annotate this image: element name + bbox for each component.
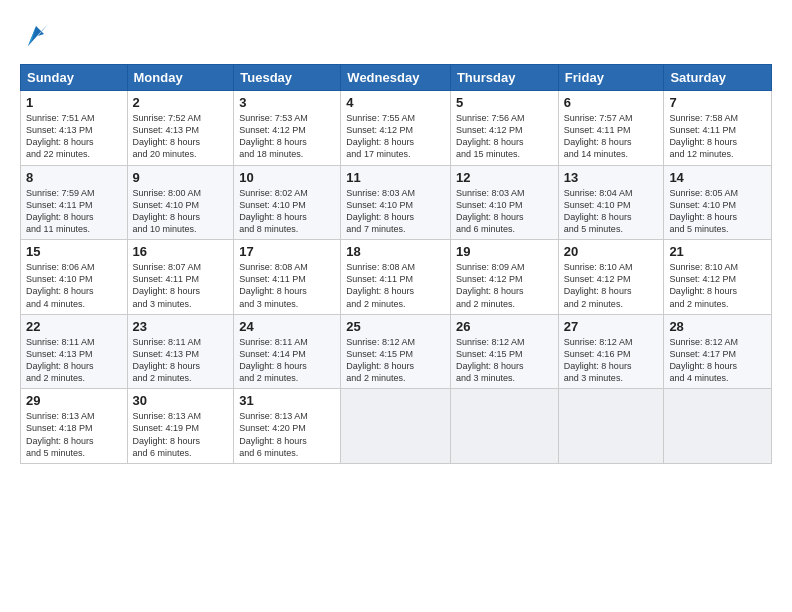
day-number: 16	[133, 244, 229, 259]
cell-info: Sunrise: 8:11 AM Sunset: 4:14 PM Dayligh…	[239, 336, 335, 385]
cell-info: Sunrise: 8:12 AM Sunset: 4:15 PM Dayligh…	[346, 336, 445, 385]
cell-info: Sunrise: 8:10 AM Sunset: 4:12 PM Dayligh…	[564, 261, 659, 310]
calendar-cell: 14Sunrise: 8:05 AM Sunset: 4:10 PM Dayli…	[664, 165, 772, 240]
calendar-cell: 13Sunrise: 8:04 AM Sunset: 4:10 PM Dayli…	[558, 165, 664, 240]
cell-info: Sunrise: 8:12 AM Sunset: 4:17 PM Dayligh…	[669, 336, 766, 385]
day-number: 14	[669, 170, 766, 185]
day-number: 18	[346, 244, 445, 259]
calendar-cell: 16Sunrise: 8:07 AM Sunset: 4:11 PM Dayli…	[127, 240, 234, 315]
day-number: 4	[346, 95, 445, 110]
calendar-cell	[341, 389, 451, 464]
cell-info: Sunrise: 7:53 AM Sunset: 4:12 PM Dayligh…	[239, 112, 335, 161]
cell-info: Sunrise: 8:10 AM Sunset: 4:12 PM Dayligh…	[669, 261, 766, 310]
day-number: 6	[564, 95, 659, 110]
calendar-cell: 8Sunrise: 7:59 AM Sunset: 4:11 PM Daylig…	[21, 165, 128, 240]
calendar-cell: 5Sunrise: 7:56 AM Sunset: 4:12 PM Daylig…	[450, 91, 558, 166]
day-number: 27	[564, 319, 659, 334]
day-header-saturday: Saturday	[664, 65, 772, 91]
day-number: 26	[456, 319, 553, 334]
cell-info: Sunrise: 7:55 AM Sunset: 4:12 PM Dayligh…	[346, 112, 445, 161]
cell-info: Sunrise: 7:51 AM Sunset: 4:13 PM Dayligh…	[26, 112, 122, 161]
cell-info: Sunrise: 8:08 AM Sunset: 4:11 PM Dayligh…	[346, 261, 445, 310]
calendar-cell: 4Sunrise: 7:55 AM Sunset: 4:12 PM Daylig…	[341, 91, 451, 166]
calendar-cell: 18Sunrise: 8:08 AM Sunset: 4:11 PM Dayli…	[341, 240, 451, 315]
page-header	[20, 18, 772, 54]
day-header-wednesday: Wednesday	[341, 65, 451, 91]
cell-info: Sunrise: 7:59 AM Sunset: 4:11 PM Dayligh…	[26, 187, 122, 236]
day-number: 22	[26, 319, 122, 334]
calendar-cell: 3Sunrise: 7:53 AM Sunset: 4:12 PM Daylig…	[234, 91, 341, 166]
calendar-week-4: 22Sunrise: 8:11 AM Sunset: 4:13 PM Dayli…	[21, 314, 772, 389]
day-header-monday: Monday	[127, 65, 234, 91]
day-number: 31	[239, 393, 335, 408]
day-number: 24	[239, 319, 335, 334]
calendar-cell: 23Sunrise: 8:11 AM Sunset: 4:13 PM Dayli…	[127, 314, 234, 389]
calendar-cell: 2Sunrise: 7:52 AM Sunset: 4:13 PM Daylig…	[127, 91, 234, 166]
cell-info: Sunrise: 8:09 AM Sunset: 4:12 PM Dayligh…	[456, 261, 553, 310]
calendar-cell: 11Sunrise: 8:03 AM Sunset: 4:10 PM Dayli…	[341, 165, 451, 240]
calendar-cell: 28Sunrise: 8:12 AM Sunset: 4:17 PM Dayli…	[664, 314, 772, 389]
day-number: 15	[26, 244, 122, 259]
day-number: 1	[26, 95, 122, 110]
day-number: 19	[456, 244, 553, 259]
day-number: 10	[239, 170, 335, 185]
svg-marker-0	[28, 24, 48, 46]
cell-info: Sunrise: 7:57 AM Sunset: 4:11 PM Dayligh…	[564, 112, 659, 161]
day-number: 3	[239, 95, 335, 110]
calendar-cell: 29Sunrise: 8:13 AM Sunset: 4:18 PM Dayli…	[21, 389, 128, 464]
calendar-cell: 31Sunrise: 8:13 AM Sunset: 4:20 PM Dayli…	[234, 389, 341, 464]
logo	[20, 18, 56, 54]
day-header-friday: Friday	[558, 65, 664, 91]
day-number: 23	[133, 319, 229, 334]
day-number: 8	[26, 170, 122, 185]
cell-info: Sunrise: 8:12 AM Sunset: 4:15 PM Dayligh…	[456, 336, 553, 385]
day-number: 7	[669, 95, 766, 110]
calendar-cell: 20Sunrise: 8:10 AM Sunset: 4:12 PM Dayli…	[558, 240, 664, 315]
cell-info: Sunrise: 8:02 AM Sunset: 4:10 PM Dayligh…	[239, 187, 335, 236]
cell-info: Sunrise: 8:13 AM Sunset: 4:20 PM Dayligh…	[239, 410, 335, 459]
calendar-week-5: 29Sunrise: 8:13 AM Sunset: 4:18 PM Dayli…	[21, 389, 772, 464]
cell-info: Sunrise: 8:08 AM Sunset: 4:11 PM Dayligh…	[239, 261, 335, 310]
calendar-table: SundayMondayTuesdayWednesdayThursdayFrid…	[20, 64, 772, 464]
cell-info: Sunrise: 8:11 AM Sunset: 4:13 PM Dayligh…	[26, 336, 122, 385]
calendar-week-1: 1Sunrise: 7:51 AM Sunset: 4:13 PM Daylig…	[21, 91, 772, 166]
calendar-cell: 22Sunrise: 8:11 AM Sunset: 4:13 PM Dayli…	[21, 314, 128, 389]
cell-info: Sunrise: 8:12 AM Sunset: 4:16 PM Dayligh…	[564, 336, 659, 385]
day-number: 5	[456, 95, 553, 110]
cell-info: Sunrise: 7:58 AM Sunset: 4:11 PM Dayligh…	[669, 112, 766, 161]
day-number: 9	[133, 170, 229, 185]
calendar-cell: 27Sunrise: 8:12 AM Sunset: 4:16 PM Dayli…	[558, 314, 664, 389]
cell-info: Sunrise: 8:03 AM Sunset: 4:10 PM Dayligh…	[346, 187, 445, 236]
calendar-week-3: 15Sunrise: 8:06 AM Sunset: 4:10 PM Dayli…	[21, 240, 772, 315]
cell-info: Sunrise: 8:05 AM Sunset: 4:10 PM Dayligh…	[669, 187, 766, 236]
calendar-cell: 9Sunrise: 8:00 AM Sunset: 4:10 PM Daylig…	[127, 165, 234, 240]
calendar-week-2: 8Sunrise: 7:59 AM Sunset: 4:11 PM Daylig…	[21, 165, 772, 240]
day-header-tuesday: Tuesday	[234, 65, 341, 91]
calendar-cell	[558, 389, 664, 464]
calendar-cell: 19Sunrise: 8:09 AM Sunset: 4:12 PM Dayli…	[450, 240, 558, 315]
day-number: 11	[346, 170, 445, 185]
calendar-cell: 15Sunrise: 8:06 AM Sunset: 4:10 PM Dayli…	[21, 240, 128, 315]
day-number: 29	[26, 393, 122, 408]
cell-info: Sunrise: 8:07 AM Sunset: 4:11 PM Dayligh…	[133, 261, 229, 310]
calendar-cell: 10Sunrise: 8:02 AM Sunset: 4:10 PM Dayli…	[234, 165, 341, 240]
cell-info: Sunrise: 8:03 AM Sunset: 4:10 PM Dayligh…	[456, 187, 553, 236]
calendar-header-row: SundayMondayTuesdayWednesdayThursdayFrid…	[21, 65, 772, 91]
calendar-cell: 17Sunrise: 8:08 AM Sunset: 4:11 PM Dayli…	[234, 240, 341, 315]
day-number: 13	[564, 170, 659, 185]
calendar-cell: 1Sunrise: 7:51 AM Sunset: 4:13 PM Daylig…	[21, 91, 128, 166]
cell-info: Sunrise: 8:13 AM Sunset: 4:18 PM Dayligh…	[26, 410, 122, 459]
day-number: 2	[133, 95, 229, 110]
cell-info: Sunrise: 8:00 AM Sunset: 4:10 PM Dayligh…	[133, 187, 229, 236]
calendar-cell: 30Sunrise: 8:13 AM Sunset: 4:19 PM Dayli…	[127, 389, 234, 464]
calendar-cell: 21Sunrise: 8:10 AM Sunset: 4:12 PM Dayli…	[664, 240, 772, 315]
day-number: 20	[564, 244, 659, 259]
calendar-cell: 25Sunrise: 8:12 AM Sunset: 4:15 PM Dayli…	[341, 314, 451, 389]
day-number: 21	[669, 244, 766, 259]
day-number: 28	[669, 319, 766, 334]
cell-info: Sunrise: 7:56 AM Sunset: 4:12 PM Dayligh…	[456, 112, 553, 161]
calendar-cell: 12Sunrise: 8:03 AM Sunset: 4:10 PM Dayli…	[450, 165, 558, 240]
cell-info: Sunrise: 7:52 AM Sunset: 4:13 PM Dayligh…	[133, 112, 229, 161]
day-header-thursday: Thursday	[450, 65, 558, 91]
cell-info: Sunrise: 8:11 AM Sunset: 4:13 PM Dayligh…	[133, 336, 229, 385]
